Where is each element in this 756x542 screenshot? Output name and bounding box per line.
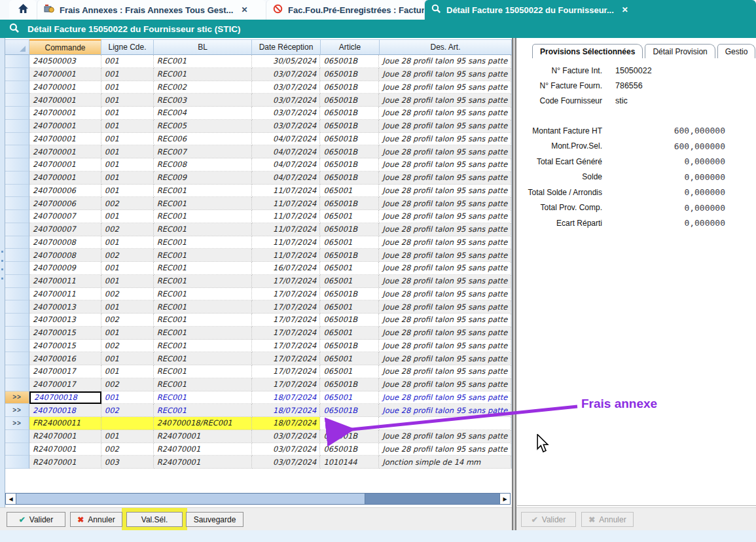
grid-cell[interactable]: Joue 28 profil talon 95 sans patte u (379, 314, 511, 327)
grid-cell[interactable]: 065001 (320, 327, 379, 340)
left-splitter-strip[interactable] (0, 38, 5, 507)
grid-cell[interactable]: Joue 28 profil talon 95 sans patte u (379, 223, 511, 236)
row-marker[interactable] (5, 107, 29, 120)
row-marker[interactable]: >> (5, 404, 29, 417)
grid-cell[interactable]: 001 (101, 158, 154, 172)
grid-cell[interactable]: REC001 (154, 197, 252, 210)
grid-cell[interactable]: 240700018 (29, 391, 101, 405)
grid-cell[interactable]: 065001B (320, 158, 379, 172)
table-row[interactable]: 240700007002REC00111/07/2024065001BJoue … (5, 223, 511, 236)
table-row[interactable]: 240700013001REC00117/07/2024065001Joue 2… (5, 300, 511, 314)
grid-cell[interactable]: 001 (101, 172, 154, 185)
grid-cell[interactable]: Joue 28 profil talon 95 sans patte u (379, 68, 511, 81)
annuler-button[interactable]: ✖ Annuler (70, 512, 122, 527)
grid-cell[interactable]: REC009 (154, 172, 252, 185)
table-row[interactable]: 240700015002REC00117/07/2024065001BJoue … (5, 340, 511, 353)
grid-cell[interactable]: 240700006 (29, 185, 101, 198)
grid-cell[interactable]: 065001 (320, 365, 379, 378)
table-row[interactable]: 240700017002REC00117/07/2024065001BJoue … (5, 378, 511, 391)
grid-cell[interactable]: 065001B (320, 314, 379, 327)
table-row[interactable]: >>240700018001REC00118/07/2024065001Joue… (5, 391, 511, 405)
grid-cell[interactable]: 17/07/2024 (252, 300, 321, 314)
grid-cell[interactable]: 240700017 (29, 365, 101, 378)
grid-cell[interactable]: REC001 (154, 275, 252, 288)
grid-cell[interactable]: REC001 (154, 249, 252, 262)
row-marker[interactable] (5, 197, 29, 210)
grid-cell[interactable]: R24070001 (154, 443, 252, 456)
grid-cell[interactable]: 03/07/2024 (252, 107, 321, 120)
grid-cell[interactable]: REC003 (154, 94, 252, 107)
table-row[interactable]: 240700001001REC00503/07/2024065001BJoue … (5, 120, 511, 133)
grid-cell[interactable]: 240700008 (29, 236, 101, 249)
grid-cell[interactable]: REC001 (154, 262, 252, 275)
grid-cell[interactable]: 001 (101, 430, 154, 443)
grid-cell[interactable]: 240700013 (29, 300, 101, 314)
grid-cell[interactable]: R24070001 (154, 456, 252, 469)
grid-cell[interactable]: 30/05/2024 (252, 55, 321, 68)
grid-cell[interactable]: 065001B (320, 133, 379, 146)
grid-cell[interactable]: Joue 28 profil talon 95 sans patte u (379, 430, 511, 443)
grid-cell[interactable]: Joue 28 profil talon 95 sans patte u (379, 391, 511, 405)
valider-button[interactable]: ✔ Valider (7, 512, 65, 527)
grid-cell[interactable]: 240700001 (29, 172, 101, 185)
grid-corner-cell[interactable] (5, 39, 29, 55)
grid-cell[interactable]: 001 (101, 275, 154, 288)
table-row[interactable]: 240700017001REC00117/07/2024065001Joue 2… (5, 365, 511, 378)
panel-annuler-button[interactable]: ✖ Annuler (581, 512, 634, 527)
grid-cell[interactable]: 065001B (320, 378, 379, 391)
grid-cell[interactable]: 001 (101, 55, 154, 68)
grid-cell[interactable]: REC001 (154, 404, 252, 417)
table-row[interactable]: 240700011002REC00117/07/2024065001BJoue … (5, 288, 511, 301)
row-marker[interactable] (5, 249, 29, 262)
row-marker[interactable] (5, 456, 29, 469)
grid-cell[interactable]: Joue 28 profil talon 95 sans patte u (379, 210, 511, 223)
grid-cell[interactable]: 065001B (320, 120, 379, 133)
row-marker[interactable] (5, 68, 29, 81)
grid-cell[interactable]: 240700001 (29, 94, 101, 107)
grid-cell[interactable]: 065001B (320, 340, 379, 353)
val-sel-button[interactable]: Val.Sél. (126, 512, 183, 527)
grid-cell[interactable]: 065001 (320, 300, 379, 314)
table-row[interactable]: 240700011001REC00117/07/2024065001Joue 2… (5, 275, 511, 288)
grid-cell[interactable]: REC001 (154, 210, 252, 223)
row-marker[interactable] (5, 236, 29, 249)
grid-cell[interactable]: 001 (101, 107, 154, 120)
grid-cell[interactable]: 002 (101, 197, 154, 210)
grid-cell[interactable]: 11/07/2024 (252, 210, 321, 223)
row-marker[interactable] (5, 120, 29, 133)
panel-splitter[interactable] (512, 38, 516, 530)
grid-cell[interactable]: 03/07/2024 (252, 81, 321, 94)
grid-cell[interactable]: Joue 28 profil talon 95 sans patte u (379, 197, 511, 210)
grid-cell[interactable]: 240700001 (29, 68, 101, 81)
grid-cell[interactable]: 065001B (320, 107, 379, 120)
grid-cell[interactable]: 001 (101, 236, 154, 249)
grid-cell[interactable]: REC001 (154, 365, 252, 378)
grid-cell[interactable]: Joue 28 profil talon 95 sans patte u (379, 145, 511, 158)
grid-cell[interactable]: 065001B (320, 249, 379, 262)
tab-fac-fou-pre-enregistrees[interactable]: Fac.Fou.Pré-Enregistrées : Factures Four… (266, 0, 424, 20)
grid-cell[interactable]: Joue 28 profil talon 95 sans patte u (379, 262, 511, 275)
grid-cell[interactable]: 11/07/2024 (252, 236, 321, 249)
grid-cell[interactable]: Joue 28 profil talon 95 sans patte u (379, 133, 511, 146)
table-row[interactable]: 240700001001REC00403/07/2024065001BJoue … (5, 107, 511, 120)
grid-cell[interactable] (379, 417, 511, 430)
close-icon[interactable]: ✕ (241, 5, 247, 14)
grid-cell[interactable]: 001 (101, 352, 154, 365)
grid-cell[interactable]: 065001B (320, 443, 379, 456)
table-row[interactable]: 240700016001REC00117/07/2024065001Joue 2… (5, 352, 511, 365)
row-marker[interactable] (5, 352, 29, 365)
grid-cell[interactable]: 002 (101, 288, 154, 301)
grid-cell[interactable]: 065001 (320, 236, 379, 249)
grid-cell[interactable]: Joue 28 profil talon 95 sans patte u (379, 300, 511, 314)
grid-cell[interactable]: 240700015 (29, 327, 101, 340)
grid-cell[interactable]: Joue 28 profil talon 95 sans patte u (379, 404, 511, 417)
grid-cell[interactable]: 001 (101, 185, 154, 198)
grid-cell[interactable]: 065001 (320, 391, 379, 405)
table-row[interactable]: 240700001001REC00303/07/2024065001BJoue … (5, 94, 511, 107)
row-marker[interactable] (5, 185, 29, 198)
grid-cell[interactable]: 04/07/2024 (252, 133, 321, 146)
tab-gestion[interactable]: Gestio (717, 44, 756, 58)
grid-cell[interactable]: 240700001 (29, 145, 101, 158)
scrollbar-left-arrow[interactable]: ◀ (6, 494, 16, 504)
sauvegarde-button[interactable]: Sauvegarde (186, 512, 243, 527)
